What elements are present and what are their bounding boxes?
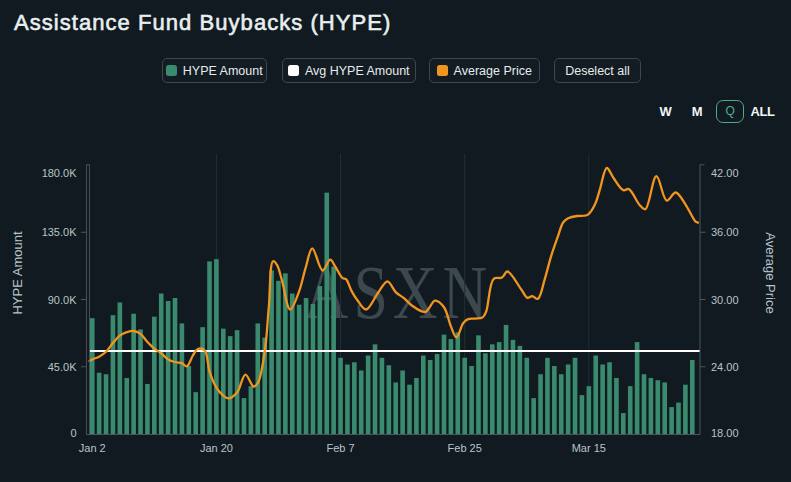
bar-feb-21[interactable] <box>435 354 440 434</box>
left-axis-title: HYPE Amount <box>10 231 25 314</box>
bar-jan-5[interactable] <box>111 315 116 434</box>
left-tick-45.0K: 45.0K <box>48 361 77 373</box>
bar-mar-23[interactable] <box>642 374 647 434</box>
bar-mar-21[interactable] <box>628 386 633 434</box>
bar-jan-20[interactable] <box>214 259 219 434</box>
bar-jan-10[interactable] <box>145 384 150 434</box>
bar-jan-7[interactable] <box>124 378 129 434</box>
bar-feb-26[interactable] <box>469 366 474 434</box>
bar-jan-29[interactable] <box>276 281 281 434</box>
bar-jan-16[interactable] <box>187 366 192 434</box>
right-axis-labels: 18.0024.0030.0036.0042.00 <box>711 167 739 439</box>
bar-jan-15[interactable] <box>180 323 185 434</box>
bar-mar-22[interactable] <box>635 342 640 434</box>
bar-feb-5[interactable] <box>324 193 329 434</box>
bar-jan-23[interactable] <box>235 330 240 434</box>
bar-mar-15[interactable] <box>587 386 592 434</box>
bar-mar-28[interactable] <box>676 403 681 434</box>
bar-jan-19[interactable] <box>207 261 212 434</box>
left-tick-90.0K: 90.0K <box>48 294 77 306</box>
bar-mar-27[interactable] <box>669 407 674 434</box>
right-axis-title: Average Price <box>763 232 778 313</box>
bar-jan-11[interactable] <box>152 317 157 434</box>
bar-feb-19[interactable] <box>421 356 426 434</box>
bar-feb-28[interactable] <box>483 353 488 434</box>
x-tick-jan-20: Jan 20 <box>200 442 233 454</box>
bar-mar-29[interactable] <box>683 385 688 434</box>
bar-mar-13[interactable] <box>573 358 578 434</box>
left-tick-180.0K: 180.0K <box>42 167 78 179</box>
bar-mar-17[interactable] <box>600 365 605 434</box>
bar-jan-31[interactable] <box>290 294 295 434</box>
bar-feb-7[interactable] <box>338 358 343 434</box>
bar-mar-20[interactable] <box>621 413 626 434</box>
bar-feb-3[interactable] <box>311 304 316 434</box>
right-tick-42.00: 42.00 <box>711 167 739 179</box>
bar-mar-10[interactable] <box>552 366 557 434</box>
bar-feb-14[interactable] <box>387 365 392 434</box>
bar-feb-4[interactable] <box>318 286 323 434</box>
bar-mar-11[interactable] <box>559 374 564 434</box>
bar-feb-13[interactable] <box>380 358 385 434</box>
bar-mar-6[interactable] <box>524 358 529 434</box>
bar-mar-2[interactable] <box>497 342 502 434</box>
bar-jan-18[interactable] <box>200 327 205 434</box>
bar-mar-24[interactable] <box>649 378 654 434</box>
right-tick-30.00: 30.00 <box>711 294 739 306</box>
bar-mar-26[interactable] <box>662 382 667 434</box>
bar-feb-23[interactable] <box>449 339 454 434</box>
bar-jan-25[interactable] <box>249 386 254 434</box>
bar-feb-17[interactable] <box>407 385 412 434</box>
bar-mar-19[interactable] <box>614 378 619 434</box>
bar-feb-9[interactable] <box>352 362 357 434</box>
bar-jan-9[interactable] <box>138 329 143 434</box>
x-tick-feb-7: Feb 7 <box>326 442 354 454</box>
bar-feb-18[interactable] <box>414 378 419 434</box>
bar-jan-24[interactable] <box>242 398 247 434</box>
x-axis-labels: Jan 2Jan 20Feb 7Feb 25Mar 15 <box>79 442 606 454</box>
bar-feb-22[interactable] <box>442 335 447 434</box>
x-tick-mar-15: Mar 15 <box>572 442 606 454</box>
bar-feb-8[interactable] <box>345 365 350 434</box>
bar-feb-10[interactable] <box>359 370 364 434</box>
x-tick-jan-2: Jan 2 <box>79 442 106 454</box>
bar-feb-24[interactable] <box>455 332 460 434</box>
bar-mar-7[interactable] <box>531 398 536 434</box>
bar-feb-25[interactable] <box>462 358 467 434</box>
chart-canvas[interactable]: ASXN045.0K90.0K135.0K180.0K18.0024.0030.… <box>0 0 791 482</box>
bar-mar-25[interactable] <box>656 380 661 434</box>
left-axis-labels: 045.0K90.0K135.0K180.0K <box>42 167 78 439</box>
bar-mar-1[interactable] <box>490 344 495 434</box>
bar-mar-12[interactable] <box>566 365 571 434</box>
bar-mar-18[interactable] <box>607 362 612 434</box>
bar-mar-9[interactable] <box>545 358 550 434</box>
bar-jan-12[interactable] <box>159 294 164 434</box>
right-tick-18.00: 18.00 <box>711 427 739 439</box>
left-tick-135.0K: 135.0K <box>42 226 78 238</box>
x-tick-feb-25: Feb 25 <box>448 442 482 454</box>
bar-jan-14[interactable] <box>173 298 178 434</box>
bar-jan-13[interactable] <box>166 301 171 434</box>
left-tick-0: 0 <box>70 427 76 439</box>
bar-mar-30[interactable] <box>690 360 695 434</box>
bar-mar-3[interactable] <box>504 325 509 434</box>
bar-jan-2[interactable] <box>90 318 95 434</box>
bar-feb-1[interactable] <box>297 305 302 434</box>
bar-feb-20[interactable] <box>428 360 433 434</box>
bar-mar-16[interactable] <box>593 356 598 434</box>
bar-jan-21[interactable] <box>221 329 226 434</box>
bar-jan-6[interactable] <box>118 302 123 434</box>
bar-feb-12[interactable] <box>373 344 378 434</box>
bar-mar-14[interactable] <box>580 395 585 434</box>
bar-jan-17[interactable] <box>193 392 198 434</box>
bar-feb-11[interactable] <box>366 356 371 434</box>
bar-mar-4[interactable] <box>511 340 516 434</box>
bar-feb-15[interactable] <box>393 382 398 434</box>
bar-jan-4[interactable] <box>104 374 109 434</box>
bar-mar-8[interactable] <box>538 374 543 434</box>
bar-feb-16[interactable] <box>400 370 405 434</box>
bar-feb-2[interactable] <box>304 298 309 434</box>
right-tick-24.00: 24.00 <box>711 361 739 373</box>
bar-mar-5[interactable] <box>518 346 523 434</box>
bar-jan-3[interactable] <box>97 373 102 434</box>
